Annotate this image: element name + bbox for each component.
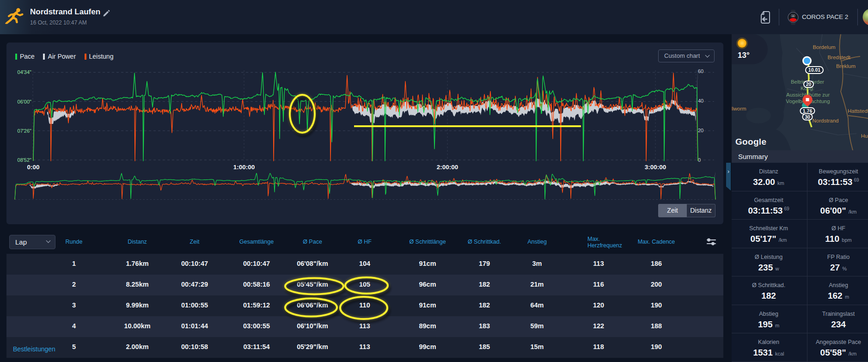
svg-text:20: 20 [806,81,812,87]
svg-text:10.01: 10.01 [808,67,820,73]
svg-text:88: 88 [792,15,795,17]
svg-text:llworm: llworm [732,106,746,111]
svg-text:30: 30 [805,114,810,120]
svg-text:Hattstedt: Hattstedt [848,108,868,114]
svg-text:Hu: Hu [861,133,868,139]
svg-text:1.76: 1.76 [803,108,813,114]
svg-text:Bredstedt: Bredstedt [827,55,850,60]
svg-text:Nordstrand: Nordstrand [813,118,839,123]
svg-text:Bordelum: Bordelum [813,44,835,50]
svg-text:Breklum: Breklum [836,63,856,69]
